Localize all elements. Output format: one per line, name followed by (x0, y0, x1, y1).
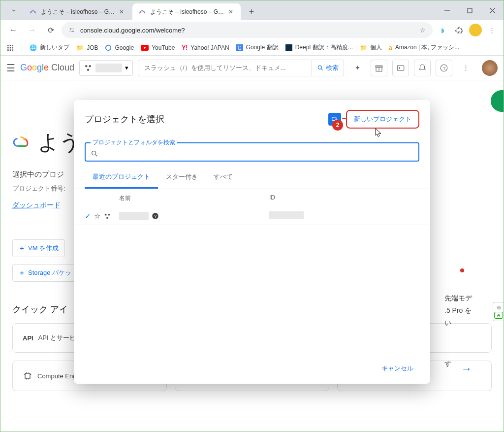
tab-close-button[interactable]: ✕ (118, 8, 126, 16)
bookmark-gtranslate[interactable]: GGoogle 翻訳 (236, 43, 279, 52)
window-minimize-button[interactable] (436, 0, 458, 20)
window-maximize-button[interactable] (458, 0, 481, 20)
browser-tab-inactive[interactable]: ようこそ – isleofhoso – Google Cl ✕ (23, 3, 131, 20)
tab-starred[interactable]: スター付き (158, 166, 206, 189)
project-icon (103, 212, 111, 220)
bookmark-folder-personal[interactable]: 📁個人 (360, 43, 382, 52)
bookmark-deepl[interactable]: DeepL翻訳：高精度... (285, 43, 353, 52)
gift-icon[interactable] (371, 60, 387, 76)
site-controls-icon (68, 27, 75, 33)
project-icon (84, 64, 93, 72)
help-icon[interactable]: ? (436, 60, 452, 76)
gcp-cloud-icon (12, 133, 30, 151)
project-list-row[interactable]: ✓ ☆ ? (74, 207, 430, 225)
cursor-icon (375, 128, 383, 138)
gemini-icon[interactable]: ✦ (349, 60, 366, 76)
browser-menu-button[interactable]: ⋮ (485, 23, 499, 37)
svg-text:G: G (238, 45, 242, 51)
svg-point-25 (318, 66, 321, 69)
arrow-right-icon[interactable]: → (461, 359, 472, 379)
tab-title: ようこそ – isleofhoso – Google Cl (150, 8, 227, 16)
search-legend: プロジェクトとフォルダを検索 (91, 138, 177, 147)
cloud-shell-icon[interactable] (392, 60, 409, 76)
dashboard-link[interactable]: ダッシュボード (12, 201, 61, 209)
gcp-header: ☰ Google Cloud ▾ 検索 ✦ ? ⋮ (0, 56, 504, 80)
browser-tab-active[interactable]: ようこそ – isleofhoso – Google Cl ✕ (132, 3, 241, 20)
help-icon[interactable]: ? (152, 212, 159, 220)
svg-line-26 (321, 68, 323, 70)
svg-rect-30 (397, 65, 404, 70)
svg-rect-21 (285, 44, 292, 51)
svg-rect-11 (7, 47, 9, 48)
svg-point-53 (108, 213, 110, 215)
modal-tabs: 最近のプロジェクト スター付き すべて (74, 166, 430, 189)
bookmark-youtube[interactable]: YouTube (141, 44, 175, 51)
bookmark-yahoo[interactable]: Y!Yahoo! JAPAN (182, 44, 229, 51)
svg-rect-14 (7, 49, 9, 51)
more-menu-icon[interactable]: ⋮ (457, 60, 474, 76)
annotation-badge: 2 (332, 120, 343, 131)
svg-rect-12 (10, 47, 11, 48)
nav-back-button[interactable]: ← (5, 22, 21, 38)
svg-point-52 (105, 213, 107, 215)
omnibox[interactable]: console.cloud.google.com/welcome? ☆ (62, 22, 433, 38)
tab-close-button[interactable]: ✕ (227, 8, 235, 16)
modal-title: プロジェクトを選択 (85, 113, 328, 125)
gcp-nav-menu-button[interactable]: ☰ (6, 62, 15, 74)
svg-point-50 (92, 151, 96, 155)
create-vm-button[interactable]: ＋VM を作成 (12, 239, 65, 257)
gcp-favicon-icon (29, 8, 37, 16)
project-picker-modal: プロジェクトを選択 新しいプロジェクト 2 プロジェクトとフォルダを検索 (74, 100, 430, 384)
chevron-down-icon (10, 7, 17, 14)
chevron-down-icon: ▾ (125, 64, 128, 71)
gcp-search-bar[interactable]: 検索 (138, 60, 344, 76)
tab-search-button[interactable] (6, 3, 21, 18)
nav-forward-button[interactable]: → (24, 22, 40, 38)
star-icon[interactable]: ☆ (94, 212, 100, 221)
svg-rect-15 (10, 49, 11, 51)
bookmark-amazon[interactable]: aAmazon | 本, ファッシ... (389, 43, 459, 52)
gcp-search-submit[interactable]: 検索 (312, 60, 344, 76)
new-project-button[interactable]: 新しいプロジェクト 2 (346, 110, 419, 129)
gcp-account-avatar[interactable] (482, 60, 498, 76)
tab-recent[interactable]: 最近のプロジェクト (85, 166, 158, 189)
cancel-button[interactable]: キャンセル (376, 360, 419, 377)
svg-point-17 (106, 45, 111, 50)
svg-rect-13 (12, 47, 13, 48)
side-extension-badge[interactable]: ⊗ e (493, 302, 504, 321)
gcp-search-input[interactable] (138, 64, 312, 71)
svg-rect-29 (376, 66, 382, 67)
right-promo-panel: 先端モデ .5 Pro を い す → (444, 292, 489, 378)
check-icon: ✓ (85, 212, 91, 221)
browser-profile-avatar[interactable] (469, 24, 482, 36)
svg-rect-10 (12, 45, 13, 46)
svg-text:?: ? (154, 214, 157, 219)
new-tab-button[interactable]: + (245, 5, 258, 19)
svg-rect-9 (10, 45, 11, 46)
bookmark-google[interactable]: Google (105, 44, 134, 51)
notifications-icon[interactable] (414, 60, 431, 76)
svg-rect-1 (468, 8, 472, 13)
gcp-favicon-icon (138, 8, 146, 16)
gcp-logo[interactable]: Google Cloud (20, 63, 74, 73)
col-id-header: ID (269, 194, 419, 202)
extensions-icon[interactable] (452, 23, 466, 37)
tab-all[interactable]: すべて (206, 166, 241, 189)
nav-reload-button[interactable]: ⟳ (43, 22, 59, 38)
modal-search-input[interactable] (102, 150, 413, 158)
modal-search-field[interactable]: プロジェクトとフォルダを検索 (85, 138, 419, 162)
apps-icon[interactable] (6, 44, 14, 52)
bookmark-folder-job[interactable]: 📁JOB (76, 44, 98, 51)
bookmark-newtab[interactable]: 🌐新しいタブ (30, 43, 69, 52)
create-storage-button[interactable]: ＋Storage バケッ (12, 264, 78, 282)
bookmark-star-icon[interactable]: ☆ (420, 27, 426, 34)
window-close-button[interactable] (481, 0, 504, 20)
bookmarks-bar: | 🌐新しいタブ 📁JOB Google YouTube Y!Yahoo! JA… (0, 40, 504, 56)
project-name-redacted (95, 64, 122, 72)
tab-title: ようこそ – isleofhoso – Google Cl (41, 8, 118, 16)
col-name-header: 名前 (85, 194, 269, 202)
project-id-redacted (269, 211, 304, 219)
dolphin-extension-icon[interactable]: ◗ (436, 23, 449, 37)
project-selector-button[interactable]: ▾ (79, 60, 133, 76)
svg-line-51 (95, 155, 97, 156)
